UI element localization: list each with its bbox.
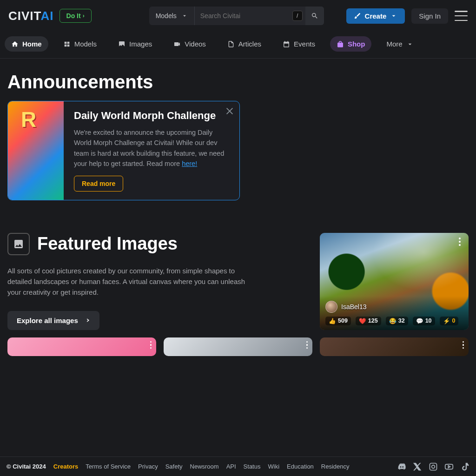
logo-text-1: CIVIT [8, 9, 41, 23]
featured-section: Featured Images All sorts of cool pictur… [7, 233, 469, 330]
image-icon-inner [13, 238, 24, 250]
stat-tips[interactable]: ⚡ 0 [440, 317, 459, 325]
sign-in-button[interactable]: Sign In [411, 8, 448, 24]
explore-images-button[interactable]: Explore all images [7, 311, 99, 330]
tiktok-icon[interactable] [460, 462, 469, 471]
nav-more-label: More [386, 40, 402, 48]
burger-line-icon [455, 11, 468, 12]
footer-link-wiki[interactable]: Wiki [268, 463, 279, 470]
search-category-select[interactable]: Models [149, 7, 195, 25]
card-user-row[interactable]: IsaBel13 [325, 301, 463, 313]
file-icon [227, 40, 235, 48]
announcement-thumbnail [8, 101, 64, 200]
featured-image-card[interactable]: IsaBel13 👍 509 ❤️ 125 😂 32 💬 10 ⚡ 0 [320, 233, 469, 330]
search-category-label: Models [156, 12, 177, 20]
card-menu-button[interactable] [150, 341, 152, 349]
nav-images[interactable]: Images [112, 36, 159, 52]
nav-videos[interactable]: Videos [167, 36, 212, 52]
nav-home[interactable]: Home [5, 36, 48, 52]
close-icon[interactable] [225, 107, 234, 115]
logo-text-2: AI [41, 9, 54, 23]
image-icon [7, 233, 30, 255]
thumbnail-card[interactable] [7, 337, 156, 356]
header-right: Create Sign In [346, 8, 468, 24]
stat-likes[interactable]: ❤️ 125 [356, 317, 381, 325]
nav-label: Events [294, 40, 315, 48]
video-icon [173, 40, 181, 48]
avatar [325, 301, 337, 313]
nav-label: Models [74, 40, 97, 48]
featured-title: Featured Images [37, 234, 178, 254]
instagram-icon[interactable] [429, 462, 438, 471]
stat-laugh-value: 32 [398, 317, 405, 324]
create-button[interactable]: Create [346, 8, 405, 24]
thumbnail-card[interactable] [320, 337, 469, 356]
footer-link-education[interactable]: Education [287, 463, 314, 470]
footer-socials [397, 462, 469, 471]
chevron-down-icon [181, 13, 188, 19]
featured-text-column: Featured Images All sorts of cool pictur… [7, 233, 311, 330]
nav-events[interactable]: Events [276, 36, 322, 52]
create-label: Create [365, 12, 387, 20]
card-stats: 👍 509 ❤️ 125 😂 32 💬 10 ⚡ 0 [325, 317, 463, 325]
thumbnail-card[interactable] [164, 337, 312, 356]
brush-icon [354, 12, 361, 20]
nav-models[interactable]: Models [57, 36, 103, 52]
burger-line-icon [455, 15, 468, 17]
stat-laugh[interactable]: 😂 32 [386, 317, 408, 325]
footer-link-status[interactable]: Status [244, 463, 261, 470]
nav-articles[interactable]: Articles [221, 36, 268, 52]
search-input[interactable] [195, 12, 292, 20]
card-username: IsaBel13 [341, 303, 366, 311]
home-icon [11, 40, 19, 48]
nav-shop[interactable]: Shop [330, 36, 372, 52]
announcement-title: Daily World Morph Challenge [74, 110, 229, 122]
x-twitter-icon[interactable] [413, 462, 422, 471]
nav-more[interactable]: More [380, 36, 420, 52]
grid-icon [63, 40, 71, 48]
search-bar: Models / [149, 7, 324, 25]
sign-in-label: Sign In [419, 12, 441, 20]
featured-description: All sorts of cool pictures created by ou… [7, 265, 249, 298]
search-button[interactable] [305, 7, 324, 25]
footer-copyright: © Civitai 2024 [7, 463, 46, 470]
nav-label: Articles [238, 40, 261, 48]
stat-comments[interactable]: 💬 10 [413, 317, 435, 325]
shop-icon [337, 40, 344, 48]
top-header: CIVITAI Do It › Models / Create Sign In [0, 0, 476, 32]
footer-link-creators[interactable]: Creators [53, 463, 78, 470]
footer-link-tos[interactable]: Terms of Service [86, 463, 131, 470]
card-menu-button[interactable] [306, 341, 308, 349]
stat-reactions-value: 509 [338, 317, 348, 324]
burger-line-icon [455, 20, 468, 21]
search-icon [311, 12, 318, 20]
announcement-body-text: We're excited to announce the upcoming D… [74, 129, 224, 167]
read-more-label: Read more [82, 180, 115, 187]
do-it-button[interactable]: Do It › [60, 9, 92, 23]
youtube-icon[interactable] [444, 462, 454, 471]
stat-reactions[interactable]: 👍 509 [325, 317, 351, 325]
nav-label: Home [22, 40, 42, 48]
card-menu-button[interactable] [463, 341, 464, 349]
arrow-right-icon [83, 317, 90, 324]
chevron-right-icon: › [83, 13, 85, 19]
stat-comments-value: 10 [425, 317, 432, 324]
card-menu-button[interactable] [456, 238, 464, 246]
footer-link-api[interactable]: API [226, 463, 236, 470]
footer-link-privacy[interactable]: Privacy [138, 463, 158, 470]
nav-label: Shop [348, 40, 365, 48]
menu-button[interactable] [455, 11, 468, 21]
nav-label: Videos [185, 40, 206, 48]
announcement-inline-link[interactable]: here! [182, 160, 197, 167]
announcement-body: Daily World Morph Challenge We're excite… [64, 101, 239, 200]
announcements-heading: Announcements [7, 72, 469, 93]
footer-link-newsroom[interactable]: Newsroom [190, 463, 219, 470]
footer-link-residency[interactable]: Residency [321, 463, 350, 470]
discord-icon[interactable] [397, 462, 406, 471]
stat-likes-value: 125 [368, 317, 378, 324]
footer-link-safety[interactable]: Safety [165, 463, 183, 470]
featured-heading-row: Featured Images [7, 233, 311, 255]
read-more-button[interactable]: Read more [74, 176, 123, 192]
logo[interactable]: CIVITAI [8, 9, 54, 23]
nav-label: Images [129, 40, 152, 48]
